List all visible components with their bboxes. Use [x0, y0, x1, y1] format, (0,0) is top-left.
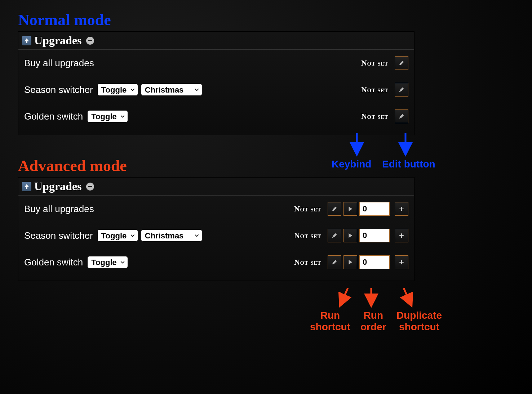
keybind-text: Not set [294, 204, 321, 214]
collapse-icon[interactable] [86, 37, 94, 45]
collapse-icon[interactable] [86, 183, 94, 191]
row-label: Season switcher [24, 230, 93, 241]
row-buy-all-upgrades: Buy all upgrades Not set + [18, 196, 414, 222]
run-order-input[interactable] [359, 255, 390, 269]
upgrades-panel-advanced: Upgrades Buy all upgrades Not set + Seas… [18, 177, 414, 281]
normal-mode-heading: Normal mode [18, 11, 514, 29]
upgrades-title: Upgrades [34, 180, 82, 193]
row-season-switcher: Season switcher Toggle Christmas Not set… [18, 222, 414, 249]
keybind-text: Not set [361, 58, 388, 68]
keybind-text: Not set [361, 112, 388, 121]
plus-icon: + [399, 231, 404, 240]
run-button[interactable] [343, 229, 357, 242]
keybind-text: Not set [294, 231, 321, 240]
edit-button[interactable] [395, 83, 408, 97]
row-season-switcher: Season switcher Toggle Christmas Not set [18, 76, 414, 103]
row-label: Buy all upgrades [24, 203, 94, 215]
upgrades-title: Upgrades [34, 34, 82, 47]
row-golden-switch: Golden switch Toggle Not set [18, 103, 414, 130]
edit-button[interactable] [328, 229, 341, 242]
toggle-select[interactable]: Toggle [87, 110, 128, 122]
keybind-text: Not set [294, 258, 321, 267]
upgrades-panel-header: Upgrades [18, 178, 414, 196]
season-select[interactable]: Christmas [141, 229, 202, 242]
row-label: Season switcher [24, 84, 93, 95]
keybind-text: Not set [361, 85, 388, 94]
annotation-arrow [337, 288, 366, 310]
edit-button[interactable] [328, 202, 341, 216]
annotation-arrow [364, 288, 393, 310]
annotation-arrow [400, 288, 429, 310]
run-order-input[interactable] [359, 229, 390, 242]
up-arrow-icon [22, 182, 31, 191]
edit-button[interactable] [395, 109, 408, 123]
row-buy-all-upgrades: Buy all upgrades Not set [18, 50, 414, 76]
plus-icon: + [399, 205, 404, 213]
row-label: Golden switch [24, 257, 83, 268]
up-arrow-icon [22, 36, 31, 45]
upgrades-panel-normal: Upgrades Buy all upgrades Not set Season… [18, 31, 414, 135]
upgrades-panel-header: Upgrades [18, 32, 414, 50]
plus-icon: + [399, 258, 404, 267]
edit-button[interactable] [328, 255, 341, 269]
duplicate-button[interactable]: + [395, 202, 408, 216]
run-button[interactable] [343, 202, 357, 216]
run-order-input[interactable] [359, 202, 390, 216]
duplicate-button[interactable]: + [395, 255, 408, 269]
advanced-mode-heading: Advanced mode [18, 157, 514, 175]
annotation-run-order: Runorder [360, 310, 386, 333]
row-label: Golden switch [24, 111, 83, 122]
run-button[interactable] [343, 255, 357, 269]
season-select[interactable]: Christmas [141, 84, 202, 96]
row-label: Buy all upgrades [24, 58, 94, 69]
duplicate-button[interactable]: + [395, 229, 408, 242]
annotation-duplicate-shortcut: Duplicateshortcut [396, 310, 442, 333]
row-golden-switch: Golden switch Toggle Not set + [18, 249, 414, 276]
toggle-select[interactable]: Toggle [97, 84, 138, 96]
toggle-select[interactable]: Toggle [97, 229, 138, 242]
toggle-select[interactable]: Toggle [87, 256, 128, 268]
edit-button[interactable] [395, 56, 408, 70]
annotation-run-shortcut: Runshortcut [310, 310, 350, 333]
